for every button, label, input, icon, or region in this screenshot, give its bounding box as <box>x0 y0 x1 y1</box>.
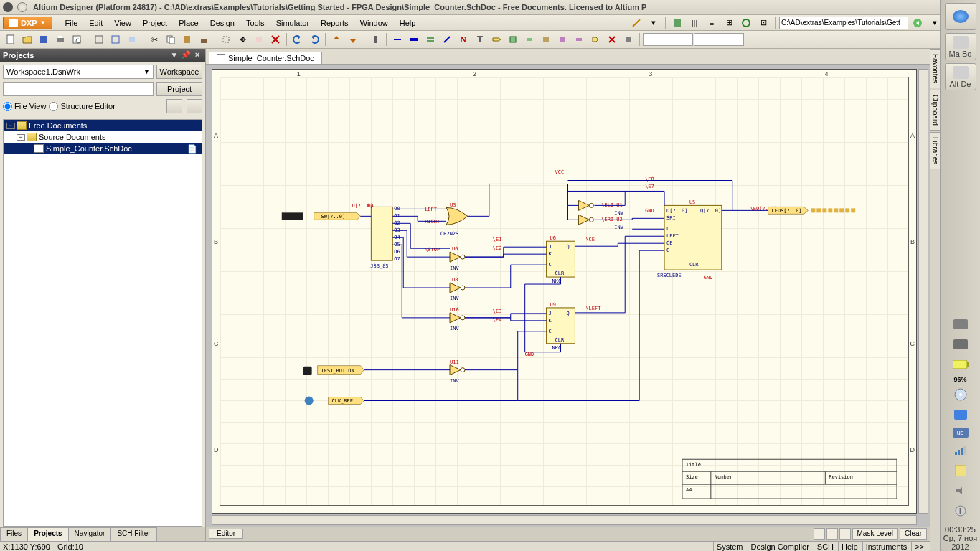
select-icon[interactable] <box>218 32 234 47</box>
save-icon[interactable] <box>36 32 52 47</box>
menu-edit[interactable]: Edit <box>83 17 108 29</box>
print-icon[interactable] <box>52 32 68 47</box>
project-combo[interactable] <box>3 82 154 96</box>
clear-filter-icon[interactable] <box>268 32 283 47</box>
vtab-favorites[interactable]: Favorites <box>930 49 941 88</box>
signal-harness-icon[interactable] <box>423 32 438 47</box>
net-label-icon[interactable]: N <box>456 32 471 47</box>
bus-entry-icon[interactable] <box>439 32 455 47</box>
menu-window[interactable]: Window <box>354 17 394 29</box>
menu-reports[interactable]: Reports <box>315 17 354 29</box>
tab-navigator[interactable]: Navigator <box>68 527 112 541</box>
menu-tools[interactable]: Tools <box>240 17 270 29</box>
tab-sch-filter[interactable]: SCH Filter <box>110 527 156 541</box>
undo-icon[interactable] <box>290 32 306 47</box>
dxp-button[interactable]: DXP ▼ <box>3 17 52 29</box>
vtab-clipboard[interactable]: Clipboard <box>930 90 941 131</box>
zoom-fit-icon[interactable] <box>91 32 107 47</box>
mask-icon-1[interactable] <box>814 528 825 540</box>
align-icon[interactable]: ⊞ <box>721 16 737 30</box>
cut-icon[interactable]: ✂ <box>146 32 162 47</box>
info-icon[interactable]: i <box>952 504 969 518</box>
dock-item-1[interactable]: Ma Bo <box>945 33 976 60</box>
copy-icon[interactable] <box>163 32 179 47</box>
schematic-content[interactable]: SW[7..0] TEST_BUTTON CLK_REF U[7..0] U4 … <box>212 70 916 513</box>
dock-item-2[interactable]: Alt De <box>945 63 976 90</box>
hierarchy-down-icon[interactable] <box>345 32 361 47</box>
battery-icon[interactable] <box>952 357 969 372</box>
preview-icon[interactable] <box>69 32 85 47</box>
zoom-sel-icon[interactable] <box>124 32 140 47</box>
hierarchy-up-icon[interactable] <box>329 32 344 47</box>
volume-icon[interactable] <box>952 484 969 498</box>
panel-pin-icon[interactable]: 📌 <box>181 50 191 60</box>
horizontal-scrollbar[interactable] <box>212 515 917 525</box>
schematic-canvas[interactable]: 1 2 3 4 A B C D A B C D SW[7..0] <box>206 65 930 527</box>
distribute-h-icon[interactable]: ||| <box>687 16 702 30</box>
wire-icon[interactable] <box>390 32 405 47</box>
settings-icon[interactable] <box>187 99 202 113</box>
deselect-icon[interactable] <box>251 32 267 47</box>
sys-menu-button[interactable] <box>17 2 27 12</box>
harness-connector-icon[interactable] <box>555 32 570 47</box>
menu-file[interactable]: File <box>60 17 84 29</box>
dock-usb-icon[interactable] <box>952 408 969 422</box>
mask-level-button[interactable]: Mask Level <box>852 528 899 540</box>
status-more[interactable]: >> <box>911 542 927 551</box>
paste-icon[interactable] <box>179 32 195 47</box>
device-sheet-icon[interactable] <box>538 32 554 47</box>
sheet-entry-icon[interactable] <box>522 32 537 47</box>
arrow-down-icon[interactable]: ▾ <box>646 16 661 30</box>
nav-back-icon[interactable] <box>910 16 925 30</box>
vertical-scrollbar[interactable] <box>918 69 928 514</box>
file-view-radio[interactable]: File View <box>3 102 46 111</box>
zoom-area-icon[interactable] <box>108 32 123 47</box>
status-design-compiler[interactable]: Design Compiler <box>748 542 812 551</box>
lang-indicator[interactable]: us <box>953 428 969 438</box>
doc-tab-simple-counter[interactable]: Simple_Counter.SchDoc <box>209 52 322 64</box>
menu-view[interactable]: View <box>108 17 137 29</box>
browse-icon[interactable]: ⊡ <box>755 16 771 30</box>
dock-globe[interactable] <box>945 3 976 30</box>
draw-tool-icon[interactable] <box>628 16 644 30</box>
panel-menu-icon[interactable]: ▾ <box>169 50 179 60</box>
dock-drive-icon[interactable] <box>952 317 969 331</box>
notes-icon[interactable] <box>952 463 969 478</box>
editor-tab[interactable]: Editor <box>209 529 243 539</box>
menu-project[interactable]: Project <box>137 17 173 29</box>
harness-entry-icon[interactable] <box>571 32 587 47</box>
distribute-v-icon[interactable]: ≡ <box>704 16 720 30</box>
new-icon[interactable] <box>3 32 19 47</box>
mask-icon-3[interactable] <box>839 528 851 540</box>
clear-button[interactable]: Clear <box>900 528 927 540</box>
part-icon[interactable] <box>588 32 603 47</box>
workspace-button[interactable]: Workspace <box>156 65 202 79</box>
status-instruments[interactable]: Instruments <box>862 542 910 551</box>
menu-help[interactable]: Help <box>394 17 422 29</box>
cycle-icon[interactable] <box>738 16 754 30</box>
compile-mask-icon[interactable] <box>621 32 636 47</box>
findnext-input[interactable] <box>694 33 744 46</box>
move-icon[interactable]: ✥ <box>235 32 250 47</box>
bus-icon[interactable] <box>406 32 422 47</box>
sheet-symbol-icon[interactable] <box>505 32 521 47</box>
project-button[interactable]: Project <box>156 82 202 96</box>
menu-design[interactable]: Design <box>204 17 240 29</box>
dock-disc-icon[interactable] <box>952 387 969 402</box>
project-tree[interactable]: −Free Documents −Source Documents Simple… <box>3 119 202 527</box>
status-help[interactable]: Help <box>838 542 861 551</box>
panel-close-icon[interactable]: × <box>192 50 202 60</box>
vtab-libraries[interactable]: Libraries <box>930 132 941 169</box>
power-port-icon[interactable] <box>472 32 488 47</box>
structure-editor-radio[interactable]: Structure Editor <box>49 102 115 111</box>
dock-drive2-icon[interactable] <box>952 337 969 352</box>
menu-simulator[interactable]: Simulator <box>270 17 315 29</box>
status-sch[interactable]: SCH <box>814 542 837 551</box>
workspace-combo[interactable]: Workspace1.DsnWrk▼ <box>3 65 154 79</box>
tree-free-documents[interactable]: −Free Documents <box>4 120 202 131</box>
redo-icon[interactable] <box>306 32 322 47</box>
find-input[interactable] <box>643 33 693 46</box>
rubber-stamp-icon[interactable] <box>196 32 212 47</box>
tree-source-documents[interactable]: −Source Documents <box>4 131 202 143</box>
open-icon[interactable] <box>19 32 35 47</box>
